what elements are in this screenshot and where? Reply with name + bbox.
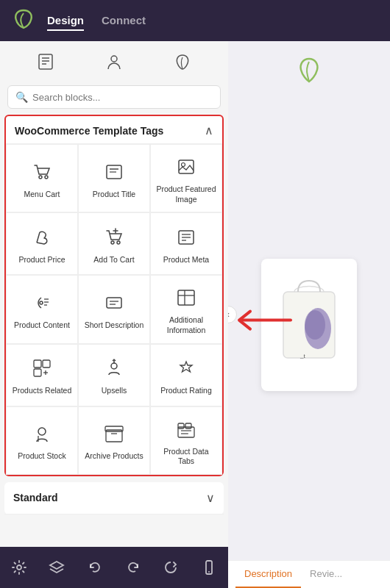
book-icon xyxy=(35,51,56,72)
svg-rect-37 xyxy=(105,426,123,431)
block-item-archive-products[interactable]: Archive Products xyxy=(78,406,150,475)
block-item-menu-cart[interactable]: Menu Cart xyxy=(6,144,78,212)
arrow-indicator xyxy=(235,306,294,338)
layers-icon[interactable] xyxy=(42,553,71,582)
datatabs-icon xyxy=(173,416,199,442)
svg-rect-0 xyxy=(39,54,52,69)
svg-point-12 xyxy=(111,241,114,244)
svg-rect-30 xyxy=(34,369,41,376)
archive-icon xyxy=(101,420,127,447)
header-tabs: Design Connect xyxy=(47,11,146,31)
standard-section: Standard ∨ xyxy=(4,482,224,514)
block-label-product-stock: Product Stock xyxy=(18,451,65,462)
tab-reviews[interactable]: Revie... xyxy=(301,561,351,588)
svg-rect-41 xyxy=(185,423,191,429)
search-icon: 🔍 xyxy=(15,91,28,103)
standard-title: Standard xyxy=(13,492,58,503)
svg-text:_t: _t xyxy=(299,352,306,359)
svg-point-11 xyxy=(182,163,185,167)
content-icon xyxy=(29,290,55,316)
meta-icon xyxy=(173,224,199,251)
info-icon xyxy=(173,284,199,311)
refresh-icon[interactable] xyxy=(156,553,185,582)
stock-icon xyxy=(29,420,55,447)
left-panel: 🔍 WooCommerce Template Tags ∧ Menu Cart … xyxy=(0,41,228,588)
chevron-up-icon[interactable]: ∧ xyxy=(205,123,213,137)
right-preview: _t xyxy=(228,90,390,560)
block-item-product-data-tabs[interactable]: Product Data Tabs xyxy=(150,406,222,475)
svg-point-46 xyxy=(208,571,210,573)
block-label-additional-information: Additional Information xyxy=(155,315,217,335)
block-label-short-description: Short Description xyxy=(85,320,144,331)
svg-rect-25 xyxy=(178,290,194,305)
svg-point-5 xyxy=(39,176,42,179)
block-item-product-rating[interactable]: Product Rating xyxy=(150,344,222,406)
block-item-product-price[interactable]: Product Price xyxy=(6,212,78,275)
block-item-short-description[interactable]: Short Description xyxy=(78,275,150,343)
history-back-icon[interactable] xyxy=(80,553,110,582)
block-label-add-to-cart: Add To Cart xyxy=(93,255,134,265)
undo-icon[interactable] xyxy=(118,553,148,582)
right-bottom-tabs: Description Revie... xyxy=(228,560,390,588)
block-label-product-data-tabs: Product Data Tabs xyxy=(155,447,217,467)
svg-point-6 xyxy=(45,176,48,179)
person-icon xyxy=(104,51,124,72)
svg-point-44 xyxy=(17,565,21,570)
rating-icon xyxy=(173,355,199,381)
block-label-product-meta: Product Meta xyxy=(163,255,209,265)
top-icon-1[interactable] xyxy=(12,47,80,78)
block-item-upsells[interactable]: Upsells xyxy=(78,344,150,406)
block-item-product-meta[interactable]: Product Meta xyxy=(150,212,222,275)
svg-rect-40 xyxy=(178,423,184,429)
block-label-product-price: Product Price xyxy=(18,255,65,265)
top-icon-2[interactable] xyxy=(80,47,149,78)
blocks-grid: Menu Cart Product Title Product Featured… xyxy=(6,144,222,475)
tab-description[interactable]: Description xyxy=(235,561,301,588)
image-icon xyxy=(173,154,199,180)
chevron-down-icon[interactable]: ∨ xyxy=(206,491,215,505)
svg-rect-22 xyxy=(107,298,121,308)
tab-design[interactable]: Design xyxy=(47,11,84,31)
svg-point-49 xyxy=(305,310,325,340)
standard-header: Standard ∨ xyxy=(4,482,224,514)
svg-rect-28 xyxy=(34,360,41,368)
woocommerce-section: WooCommerce Template Tags ∧ Menu Cart Pr… xyxy=(4,115,224,476)
svg-point-4 xyxy=(111,56,117,62)
right-logo xyxy=(228,41,390,90)
block-label-products-related: Products Related xyxy=(13,386,72,396)
svg-point-34 xyxy=(38,428,46,435)
block-label-product-title: Product Title xyxy=(93,190,135,200)
cart-icon xyxy=(29,159,55,185)
search-input[interactable] xyxy=(32,92,213,103)
block-item-product-stock[interactable]: Product Stock xyxy=(6,406,78,475)
title-icon xyxy=(101,159,127,185)
block-label-upsells: Upsells xyxy=(102,386,127,396)
block-label-product-content: Product Content xyxy=(14,320,70,331)
block-label-product-rating: Product Rating xyxy=(160,386,211,396)
block-item-additional-information[interactable]: Additional Information xyxy=(150,275,222,343)
block-label-product-featured-image: Product Featured Image xyxy=(155,184,217,204)
block-item-add-to-cart[interactable]: Add To Cart xyxy=(78,212,150,275)
block-item-product-title[interactable]: Product Title xyxy=(78,144,150,212)
block-item-product-content[interactable]: Product Content xyxy=(6,275,78,343)
svg-rect-29 xyxy=(43,360,50,368)
svg-point-13 xyxy=(117,241,120,244)
mobile-icon[interactable] xyxy=(194,553,224,582)
svg-point-18 xyxy=(40,301,43,304)
block-label-archive-products: Archive Products xyxy=(85,451,143,462)
search-bar: 🔍 xyxy=(7,85,221,109)
block-item-product-featured-image[interactable]: Product Featured Image xyxy=(150,144,222,212)
related-icon xyxy=(29,355,55,381)
header: Design Connect xyxy=(0,0,390,41)
block-item-products-related[interactable]: Products Related xyxy=(6,344,78,406)
upsells-icon xyxy=(101,355,127,381)
header-logo xyxy=(12,7,47,34)
block-label-menu-cart: Menu Cart xyxy=(24,190,60,200)
tab-connect[interactable]: Connect xyxy=(102,11,146,31)
settings-icon[interactable] xyxy=(4,553,34,582)
top-icon-3[interactable] xyxy=(149,47,217,78)
woocommerce-header: WooCommerce Template Tags ∧ xyxy=(6,116,222,144)
shortdesc-icon xyxy=(101,290,127,316)
svg-point-33 xyxy=(111,363,117,369)
right-panel: ‹ xyxy=(228,41,390,588)
